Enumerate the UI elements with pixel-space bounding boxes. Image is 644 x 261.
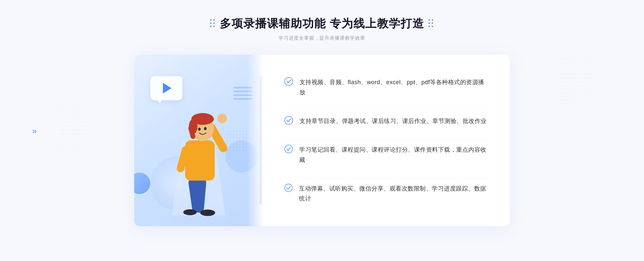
bg-dots-left	[54, 102, 86, 155]
figure-container	[161, 87, 236, 226]
main-content-card: 支持视频、音频、flash、word、excel、ppt、pdf等各种格式的资源…	[134, 55, 510, 226]
illustration-area	[134, 55, 263, 226]
feature-text-3: 学习笔记回看、课程提问、课程评论打分、课件资料下载，重点内容收藏	[299, 145, 488, 165]
accent-bar	[260, 76, 263, 205]
page-wrapper: » 多项录播课辅助功能 专为线上教学打造 学习进度全掌握，提升录播课教学效果	[0, 0, 644, 261]
feature-text-4: 互动弹幕、试听购买、微信分享、观看次数限制、学习进度跟踪、数据统计	[299, 184, 488, 204]
feature-item-4: 互动弹幕、试听购买、微信分享、观看次数限制、学习进度跟踪、数据统计	[284, 178, 488, 209]
page-title: 多项录播课辅助功能 专为线上教学打造	[210, 16, 434, 31]
feature-item-3: 学习笔记回看、课程提问、课程评论打分、课件资料下载，重点内容收藏	[284, 139, 488, 170]
svg-point-14	[198, 128, 201, 131]
title-dot-grid-right	[429, 19, 434, 28]
check-icon-3	[284, 145, 293, 153]
person-illustration	[161, 87, 236, 226]
check-icon-2	[284, 116, 293, 125]
svg-point-16	[285, 78, 293, 86]
svg-point-19	[285, 184, 292, 192]
svg-point-15	[204, 127, 207, 130]
title-dot-grid-left	[210, 19, 215, 28]
deco-small-circle	[134, 173, 150, 194]
feature-text-2: 支持章节目录、弹题考试、课后练习、课后作业、章节测验、批改作业	[299, 116, 487, 126]
svg-point-17	[285, 116, 293, 124]
feature-text-1: 支持视频、音频、flash、word、excel、ppt、pdf等各种格式的资源…	[299, 77, 488, 97]
deco-lines	[233, 87, 252, 108]
svg-point-4	[200, 210, 215, 216]
header-section: 多项录播课辅助功能 专为线上教学打造 学习进度全掌握，提升录播课教学效果	[210, 16, 434, 41]
svg-point-18	[285, 145, 292, 153]
check-icon-4	[284, 184, 292, 192]
feature-item-2: 支持章节目录、弹题考试、课后练习、课后作业、章节测验、批改作业	[284, 110, 488, 131]
chevron-left-icon: »	[32, 126, 37, 136]
check-icon-1	[284, 77, 293, 86]
svg-rect-6	[185, 140, 215, 181]
features-area: 支持视频、音频、flash、word、excel、ppt、pdf等各种格式的资源…	[263, 55, 510, 226]
svg-point-5	[183, 209, 197, 215]
svg-point-9	[217, 114, 227, 123]
title-text: 多项录播课辅助功能 专为线上教学打造	[220, 16, 424, 31]
feature-item-1: 支持视频、音频、flash、word、excel、ppt、pdf等各种格式的资源…	[284, 72, 488, 103]
page-subtitle: 学习进度全掌握，提升录播课教学效果	[210, 35, 434, 41]
bg-dots-right	[558, 54, 590, 107]
